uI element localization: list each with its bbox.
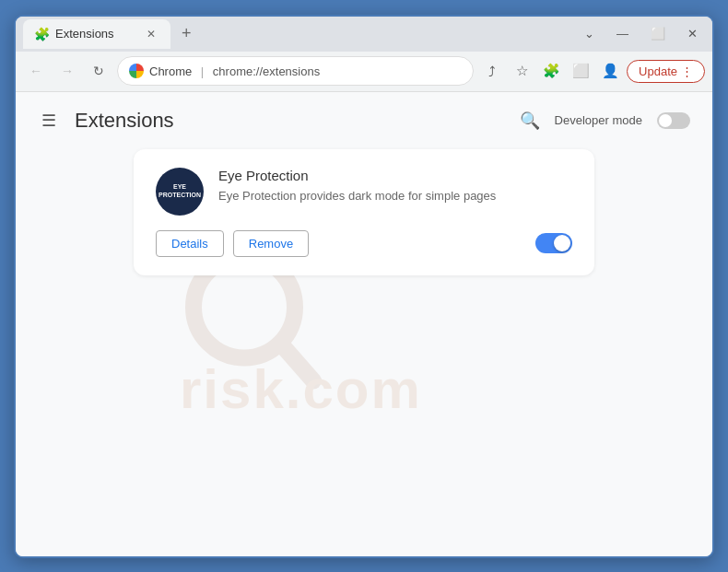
chevron-down-icon[interactable]: ⌄	[577, 23, 602, 44]
back-button[interactable]: ←	[23, 58, 49, 84]
extension-footer: Details Remove	[156, 230, 572, 257]
address-separator: |	[197, 64, 207, 78]
page-title: Extensions	[75, 109, 174, 133]
title-bar: 🧩 Extensions ✕ + ⌄ — ⬜ ✕	[16, 17, 712, 52]
address-bar[interactable]: Chrome | chrome://extensions	[117, 56, 474, 86]
tab-favicon-icon: 🧩	[34, 27, 50, 41]
extensions-list: EYE PROTECTION Eye Protection Eye Protec…	[16, 149, 712, 298]
tab-title: Extensions	[55, 27, 114, 41]
header-right-controls: 🔍 Developer mode	[520, 111, 690, 131]
update-button[interactable]: Update ⋮	[627, 60, 705, 83]
svg-line-1	[281, 344, 313, 380]
forward-button[interactable]: →	[54, 58, 80, 84]
new-tab-button[interactable]: +	[174, 18, 199, 49]
tab-close-button[interactable]: ✕	[143, 26, 159, 42]
extension-enable-toggle[interactable]	[535, 233, 572, 253]
extension-card: EYE PROTECTION Eye Protection Eye Protec…	[134, 149, 594, 275]
extension-header: EYE PROTECTION Eye Protection Eye Protec…	[156, 168, 572, 216]
developer-mode-toggle[interactable]	[657, 112, 690, 129]
extensions-icon[interactable]: 🧩	[538, 58, 564, 84]
chrome-logo-icon	[129, 64, 144, 78]
profile-icon[interactable]: 👤	[597, 58, 623, 84]
active-tab[interactable]: 🧩 Extensions ✕	[23, 19, 170, 49]
developer-mode-label: Developer mode	[555, 113, 642, 127]
nav-bar: ← → ↻ Chrome | chrome://extensions ⤴ ☆ 🧩…	[16, 52, 712, 92]
minimize-button[interactable]: —	[609, 23, 636, 44]
close-button[interactable]: ✕	[680, 23, 705, 44]
maximize-button[interactable]: ⬜	[643, 23, 673, 44]
nav-action-buttons: ⤴ ☆ 🧩 ⬜ 👤 Update ⋮	[479, 58, 705, 84]
share-icon[interactable]: ⤴	[479, 58, 505, 84]
content-area: risk.com ☰ Extensions 🔍 Developer mode E…	[16, 92, 712, 556]
remove-button[interactable]: Remove	[233, 230, 309, 257]
page-header: ☰ Extensions 🔍 Developer mode	[16, 92, 712, 149]
ext-icon-line1: EYE	[173, 183, 186, 191]
extension-info: Eye Protection Eye Protection provides d…	[218, 168, 572, 205]
update-label: Update	[639, 64, 677, 78]
address-url: chrome://extensions	[213, 64, 320, 78]
hamburger-menu-icon[interactable]: ☰	[38, 107, 60, 134]
svg-text:risk.com: risk.com	[180, 358, 422, 417]
reading-mode-icon[interactable]: ⬜	[568, 58, 593, 84]
reload-button[interactable]: ↻	[86, 58, 112, 84]
browser-window: 🧩 Extensions ✕ + ⌄ — ⬜ ✕ ← → ↻ Chrome | …	[14, 15, 714, 558]
extension-icon: EYE PROTECTION	[156, 168, 204, 216]
extension-description: Eye Protection provides dark mode for si…	[218, 187, 572, 205]
address-brand: Chrome	[149, 64, 192, 78]
ext-icon-line2: PROTECTION	[159, 192, 201, 199]
details-button[interactable]: Details	[156, 230, 224, 257]
window-controls: ⌄ — ⬜ ✕	[577, 23, 705, 44]
bookmark-icon[interactable]: ☆	[509, 58, 534, 84]
extension-toggle-knob	[554, 235, 570, 251]
extension-name: Eye Protection	[218, 168, 572, 183]
menu-dots-icon: ⋮	[681, 64, 693, 78]
toggle-knob	[659, 114, 672, 127]
search-icon[interactable]: 🔍	[520, 111, 540, 131]
